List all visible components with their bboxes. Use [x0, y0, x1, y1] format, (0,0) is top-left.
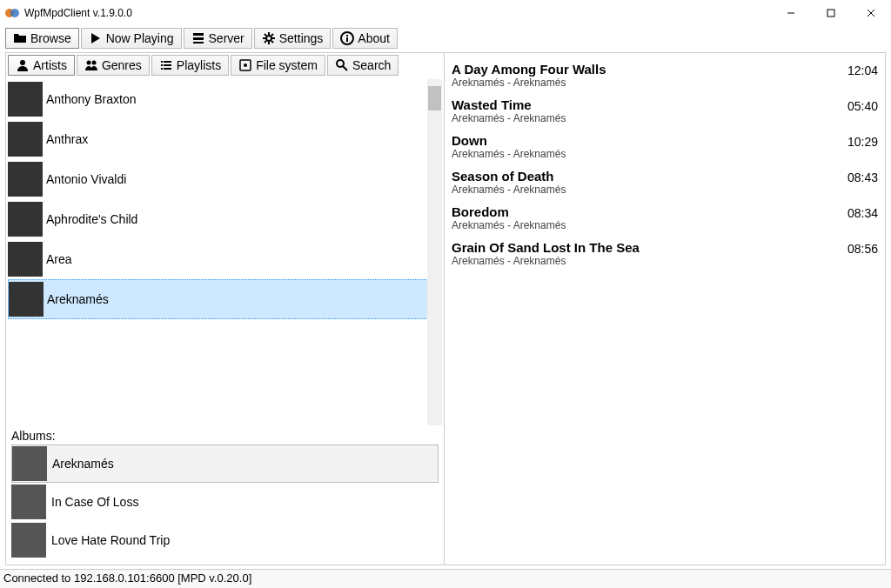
disk-icon	[238, 58, 252, 72]
track-title: Wasted Time	[452, 97, 566, 112]
svg-rect-7	[193, 37, 204, 40]
album-name: Love Hate Round Trip	[51, 533, 170, 547]
track-duration: 08:56	[847, 240, 878, 267]
search-tab[interactable]: Search	[327, 55, 399, 76]
track-row[interactable]: Season of DeathAreknamés - Areknamés08:4…	[452, 167, 878, 203]
track-row[interactable]: A Day Among Four WallsAreknamés - Arekna…	[452, 60, 878, 96]
close-button[interactable]	[851, 0, 891, 26]
artist-scrollbar[interactable]	[427, 79, 442, 425]
albums-label: Albums:	[6, 425, 444, 444]
track-row[interactable]: Grain Of Sand Lost In The SeaAreknamés -…	[452, 238, 878, 274]
svg-rect-20	[161, 68, 163, 70]
artist-thumbnail	[8, 242, 43, 277]
titlebar: WpfMpdClient v.1.9.0.0	[0, 0, 891, 26]
main-area: Artists Genres Playlists File system Sea…	[5, 52, 886, 565]
gear-icon	[262, 31, 276, 45]
track-artist: Areknamés - Areknamés	[452, 255, 640, 267]
artist-row[interactable]: Areknamés	[8, 279, 428, 319]
about-tab-label: About	[358, 31, 390, 45]
folder-open-icon	[13, 31, 27, 45]
album-thumbnail	[12, 446, 47, 481]
track-title: Boredom	[452, 204, 566, 219]
svg-rect-8	[193, 42, 204, 43]
artist-name: Areknamés	[47, 292, 109, 306]
artist-row[interactable]: Antonio Vivaldi	[8, 159, 428, 199]
track-row[interactable]: DownAreknamés - Areknamés10:29	[452, 131, 878, 167]
track-artist: Areknamés - Areknamés	[452, 184, 566, 196]
track-row[interactable]: BoredomAreknamés - Areknamés08:34	[452, 203, 878, 238]
track-title: Season of Death	[452, 169, 566, 184]
artist-row[interactable]: Area	[8, 239, 428, 279]
track-row[interactable]: Wasted TimeAreknamés - Areknamés05:40	[452, 96, 878, 131]
album-row[interactable]: Love Hate Round Trip	[11, 521, 439, 559]
track-duration: 05:40	[847, 97, 878, 124]
genres-tab-label: Genres	[102, 58, 142, 72]
main-toolbar: Browse Now Playing Server Settings About	[0, 26, 891, 49]
album-thumbnail	[11, 523, 46, 558]
browse-tab-label: Browse	[30, 31, 71, 45]
track-duration: 10:29	[847, 133, 878, 160]
svg-point-15	[91, 61, 96, 65]
file-system-tab-label: File system	[256, 58, 318, 72]
artist-row[interactable]: Anthrax	[8, 119, 428, 159]
server-icon	[191, 31, 205, 45]
svg-point-9	[266, 36, 271, 41]
artist-name: Anthrax	[46, 132, 88, 146]
artist-list: Anthony BraxtonAnthraxAntonio VivaldiAph…	[8, 79, 442, 425]
settings-tab[interactable]: Settings	[254, 28, 332, 49]
now-playing-tab[interactable]: Now Playing	[81, 28, 182, 49]
track-artist: Areknamés - Areknamés	[452, 112, 566, 124]
artist-name: Area	[46, 252, 72, 266]
app-icon	[5, 6, 19, 20]
minimize-button[interactable]	[771, 0, 811, 26]
artists-tab-label: Artists	[33, 58, 67, 72]
svg-point-13	[20, 60, 25, 65]
genres-tab[interactable]: Genres	[77, 55, 150, 76]
svg-rect-18	[161, 64, 163, 66]
file-system-tab[interactable]: File system	[231, 55, 325, 76]
svg-point-1	[10, 9, 19, 17]
search-icon	[335, 58, 349, 72]
play-icon	[89, 31, 103, 45]
album-name: In Case Of Loss	[51, 495, 138, 509]
svg-point-23	[244, 63, 247, 67]
artist-scrollbar-thumb[interactable]	[428, 86, 441, 110]
track-duration: 08:34	[847, 204, 878, 231]
window-controls	[771, 0, 891, 26]
status-text: Connected to 192.168.0.101:6600 [MPD v.0…	[3, 571, 251, 585]
track-list: A Day Among Four WallsAreknamés - Arekna…	[445, 53, 885, 565]
track-artist: Areknamés - Areknamés	[452, 77, 606, 89]
svg-rect-16	[161, 61, 163, 63]
maximize-button[interactable]	[811, 0, 851, 26]
status-bar: Connected to 192.168.0.101:6600 [MPD v.0…	[0, 569, 891, 588]
artist-thumbnail	[8, 82, 43, 117]
browse-tab[interactable]: Browse	[5, 28, 79, 49]
album-name: Areknamés	[52, 457, 114, 471]
artist-name: Anthony Braxton	[46, 92, 137, 106]
artist-name: Aphrodite's Child	[46, 212, 137, 226]
track-title: Down	[452, 133, 566, 148]
server-tab-label: Server	[209, 31, 245, 45]
artist-thumbnail	[9, 282, 44, 317]
album-row[interactable]: In Case Of Loss	[11, 483, 439, 521]
playlists-tab[interactable]: Playlists	[151, 55, 229, 76]
album-thumbnail	[11, 484, 46, 519]
artists-tab[interactable]: Artists	[8, 55, 75, 76]
search-tab-label: Search	[352, 58, 391, 72]
svg-point-14	[86, 61, 90, 65]
svg-point-24	[337, 60, 344, 67]
window-title: WpfMpdClient v.1.9.0.0	[24, 7, 132, 19]
users-icon	[84, 58, 98, 72]
server-tab[interactable]: Server	[184, 28, 252, 49]
artist-thumbnail	[8, 202, 43, 237]
artist-row[interactable]: Anthony Braxton	[8, 79, 428, 119]
artist-row[interactable]: Aphrodite's Child	[8, 199, 428, 239]
svg-rect-6	[193, 33, 204, 36]
album-row[interactable]: Areknamés	[11, 444, 439, 483]
svg-rect-17	[164, 61, 171, 63]
playlists-tab-label: Playlists	[177, 58, 221, 72]
about-tab[interactable]: About	[332, 28, 398, 49]
settings-tab-label: Settings	[279, 31, 324, 45]
album-list: AreknamésIn Case Of LossLove Hate Round …	[6, 444, 444, 565]
svg-rect-12	[346, 35, 348, 37]
